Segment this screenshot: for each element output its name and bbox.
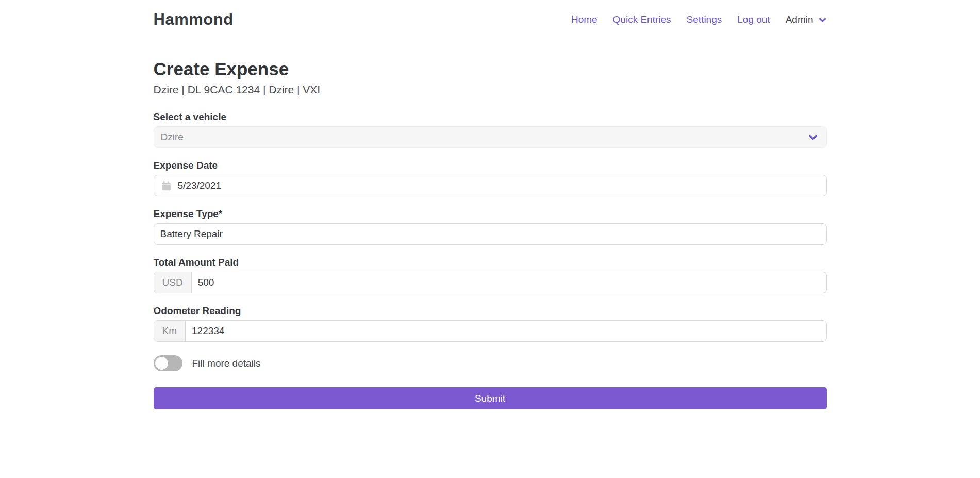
expense-date-input[interactable] xyxy=(172,175,826,196)
submit-button[interactable]: Submit xyxy=(154,387,827,409)
total-amount-group: Total Amount Paid USD xyxy=(154,257,827,293)
brand-logo[interactable]: Hammond xyxy=(154,10,234,29)
nav-link-home[interactable]: Home xyxy=(571,14,597,25)
unit-addon: Km xyxy=(154,321,186,341)
expense-date-group: Expense Date xyxy=(154,160,827,196)
odometer-input[interactable] xyxy=(186,321,826,341)
page-title: Create Expense xyxy=(154,59,827,79)
calendar-icon xyxy=(154,180,172,191)
vehicle-select-label: Select a vehicle xyxy=(154,111,827,123)
total-amount-label: Total Amount Paid xyxy=(154,257,827,268)
total-amount-control: USD xyxy=(154,272,827,293)
expense-type-control xyxy=(154,223,827,245)
vehicle-summary: Dzire | DL 9CAC 1234 | Dzire | VXI xyxy=(154,84,827,96)
currency-addon: USD xyxy=(154,272,192,293)
chevron-down-icon xyxy=(808,132,818,142)
expense-date-label: Expense Date xyxy=(154,160,827,171)
admin-menu-label: Admin xyxy=(786,14,813,25)
nav-link-settings[interactable]: Settings xyxy=(687,14,722,25)
vehicle-select[interactable]: Dzire xyxy=(154,126,827,148)
total-amount-input[interactable] xyxy=(192,272,826,293)
nav-link-logout[interactable]: Log out xyxy=(737,14,770,25)
toggle-knob xyxy=(155,356,169,370)
fill-more-details-row: Fill more details xyxy=(154,355,827,371)
create-expense-form: Create Expense Dzire | DL 9CAC 1234 | Dz… xyxy=(154,59,827,409)
main-nav: Home Quick Entries Settings Log out Admi… xyxy=(571,14,827,25)
nav-link-quick-entries[interactable]: Quick Entries xyxy=(613,14,671,25)
vehicle-select-group: Select a vehicle Dzire xyxy=(154,111,827,148)
admin-menu[interactable]: Admin xyxy=(786,14,827,25)
expense-type-label: Expense Type* xyxy=(154,208,827,220)
odometer-label: Odometer Reading xyxy=(154,305,827,317)
expense-date-control xyxy=(154,175,827,196)
vehicle-select-value: Dzire xyxy=(161,131,184,143)
fill-more-details-label: Fill more details xyxy=(192,358,261,369)
odometer-control: Km xyxy=(154,320,827,342)
odometer-group: Odometer Reading Km xyxy=(154,305,827,342)
expense-type-group: Expense Type* xyxy=(154,208,827,245)
expense-type-input[interactable] xyxy=(154,224,826,244)
top-nav: Hammond Home Quick Entries Settings Log … xyxy=(0,0,980,29)
chevron-down-icon xyxy=(818,15,827,24)
fill-more-details-toggle[interactable] xyxy=(154,355,182,371)
